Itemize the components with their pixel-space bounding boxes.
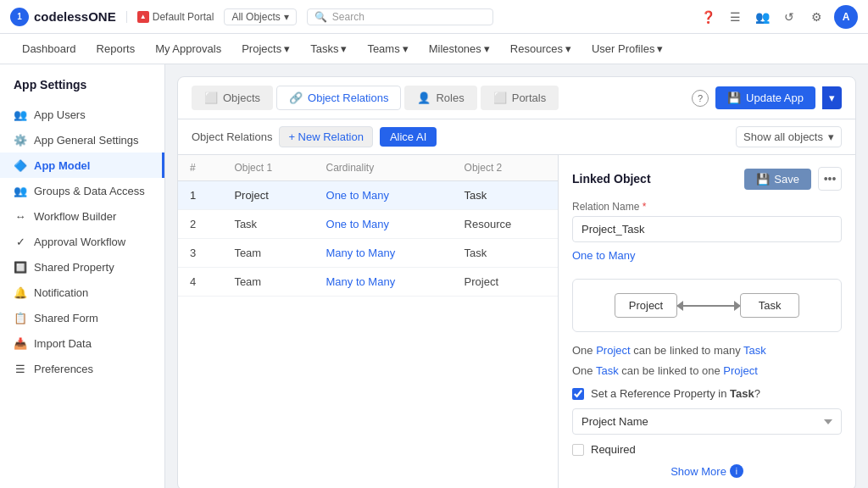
info-link-project2[interactable]: Project	[723, 364, 757, 377]
sidebar-item-label: Shared Form	[34, 312, 98, 324]
logo-icon: 1	[10, 8, 29, 26]
alice-ai-button[interactable]: Alice AI	[380, 127, 437, 147]
reference-property-checkbox[interactable]	[572, 388, 584, 400]
cell-num: 1	[178, 181, 222, 210]
reference-property-row: Set a Reference Property in Task?	[572, 387, 842, 400]
sidebar-item-shared-property[interactable]: 🔲 Shared Property	[0, 254, 164, 280]
nav-user-profiles[interactable]: User Profiles ▾	[583, 37, 671, 60]
chevron-down-icon: ▾	[284, 11, 289, 23]
search-input[interactable]: 🔍 Search	[307, 8, 493, 25]
header-actions: ? 💾 Update App ▾	[692, 86, 842, 109]
sidebar-item-preferences[interactable]: ☰ Preferences	[0, 356, 164, 381]
menu-icon[interactable]: ☰	[726, 8, 744, 26]
users-icon: 👥	[14, 108, 27, 121]
table-row[interactable]: 4 Team Many to Many Project	[178, 268, 558, 297]
logo-text: codelessONE	[34, 9, 116, 24]
sidebar: App Settings 👥 App Users ⚙️ App General …	[0, 64, 165, 488]
sidebar-item-shared-form[interactable]: 📋 Shared Form	[0, 305, 164, 330]
table-row[interactable]: 3 Team Many to Many Task	[178, 239, 558, 268]
groups-icon: 👥	[14, 184, 27, 197]
chevron-icon: ▾	[341, 42, 347, 55]
cardinality-link[interactable]: One to Many	[326, 189, 389, 202]
nav-resources[interactable]: Resources ▾	[502, 37, 580, 60]
chevron-icon: ▾	[403, 42, 409, 55]
sidebar-item-import-data[interactable]: 📥 Import Data	[0, 330, 164, 356]
tab-objects[interactable]: ⬜ Objects	[192, 86, 273, 110]
diagram-right-box: Task	[740, 293, 799, 318]
table-row[interactable]: 1 Project One to Many Task	[178, 181, 558, 210]
tab-object-relations[interactable]: 🔗 Object Relations	[276, 86, 401, 110]
roles-icon: 👤	[417, 92, 431, 104]
info-link-project[interactable]: Project	[596, 344, 630, 357]
nav-tasks[interactable]: Tasks ▾	[302, 37, 355, 60]
cardinality-link[interactable]: Many to Many	[326, 275, 396, 288]
all-objects-dropdown[interactable]: All Objects ▾	[224, 8, 296, 25]
sidebar-item-label: Workflow Builder	[34, 210, 116, 223]
cell-obj2: Task	[453, 239, 558, 268]
sidebar-item-label: Import Data	[34, 337, 92, 350]
required-checkbox[interactable]	[572, 444, 584, 456]
reference-property-label: Set a Reference Property in Task?	[591, 387, 760, 400]
search-icon: 🔍	[314, 11, 327, 23]
nav-teams[interactable]: Teams ▾	[359, 37, 416, 60]
cell-num: 3	[178, 239, 222, 268]
cell-obj1: Task	[222, 210, 314, 239]
update-app-button[interactable]: 💾 Update App	[715, 86, 815, 109]
relation-name-input[interactable]	[572, 216, 842, 242]
history-icon[interactable]: ↺	[780, 8, 798, 26]
cell-num: 2	[178, 210, 222, 239]
diagram-arrow	[676, 301, 741, 311]
relation-diagram: Project Task	[572, 279, 842, 332]
sidebar-item-app-model[interactable]: 🔷 App Model	[0, 152, 164, 178]
sidebar-item-label: Shared Property	[34, 261, 114, 274]
reference-property-select[interactable]: Project Name	[572, 408, 842, 435]
help-circle-icon[interactable]: ?	[692, 90, 709, 107]
cell-cardinality: Many to Many	[314, 268, 453, 297]
cardinality-link[interactable]: One to Many	[326, 218, 389, 230]
settings-icon[interactable]: ⚙	[807, 8, 826, 26]
nav-reports[interactable]: Reports	[88, 37, 144, 60]
cell-obj1: Team	[222, 239, 314, 268]
panel-actions: 💾 Save •••	[744, 167, 842, 191]
sidebar-item-label: App Users	[34, 108, 86, 121]
more-options-button[interactable]: •••	[818, 167, 842, 191]
avatar[interactable]: A	[834, 5, 858, 29]
linked-object-panel: Linked Object 💾 Save ••• Relation Name *	[559, 155, 855, 488]
sidebar-item-app-users[interactable]: 👥 App Users	[0, 102, 164, 127]
users-icon[interactable]: 👥	[753, 8, 771, 26]
sidebar-item-workflow-builder[interactable]: ↔ Workflow Builder	[0, 203, 164, 229]
split-view: # Object 1 Cardinality Object 2 1 Projec…	[178, 155, 855, 488]
required-label: Required	[591, 443, 636, 456]
nav-dashboard[interactable]: Dashboard	[14, 37, 85, 60]
info-link-task2[interactable]: Task	[596, 364, 619, 377]
show-all-dropdown[interactable]: Show all objects ▾	[736, 126, 842, 147]
nav-milestones[interactable]: Milestones ▾	[420, 37, 498, 60]
sidebar-item-app-general[interactable]: ⚙️ App General Settings	[0, 127, 164, 152]
table-section: # Object 1 Cardinality Object 2 1 Projec…	[178, 155, 559, 488]
save-button[interactable]: 💾 Save	[744, 169, 811, 190]
new-relation-button[interactable]: + New Relation	[279, 126, 373, 147]
form-icon: 📋	[14, 311, 27, 324]
chevron-icon: ▾	[284, 42, 290, 55]
cell-cardinality: One to Many	[314, 210, 453, 239]
tab-roles[interactable]: 👤 Roles	[404, 86, 476, 110]
show-more-link[interactable]: Show More i	[670, 464, 743, 478]
nav-projects[interactable]: Projects ▾	[233, 37, 298, 60]
bell-icon: 🔔	[14, 286, 27, 299]
portal-selector[interactable]: ▲ Default Portal	[126, 11, 214, 23]
help-icon[interactable]: ❓	[698, 8, 717, 26]
sidebar-item-label: App General Settings	[34, 134, 139, 147]
nav-approvals[interactable]: My Approvals	[147, 37, 230, 60]
update-btn-dropdown[interactable]: ▾	[822, 86, 842, 109]
sidebar-item-groups[interactable]: 👥 Groups & Data Access	[0, 178, 164, 203]
info-link-task[interactable]: Task	[743, 344, 766, 357]
portals-icon: ⬜	[493, 92, 507, 104]
table-row[interactable]: 2 Task One to Many Resource	[178, 210, 558, 239]
sidebar-item-notification[interactable]: 🔔 Notification	[0, 280, 164, 305]
tab-portals[interactable]: ⬜ Portals	[481, 86, 559, 110]
required-row: Required	[572, 443, 842, 456]
sidebar-item-approval-workflow[interactable]: ✓ Approval Workflow	[0, 229, 164, 254]
cardinality-badge[interactable]: One to Many	[572, 249, 635, 262]
col-object2: Object 2	[453, 155, 558, 181]
cardinality-link[interactable]: Many to Many	[326, 247, 396, 259]
